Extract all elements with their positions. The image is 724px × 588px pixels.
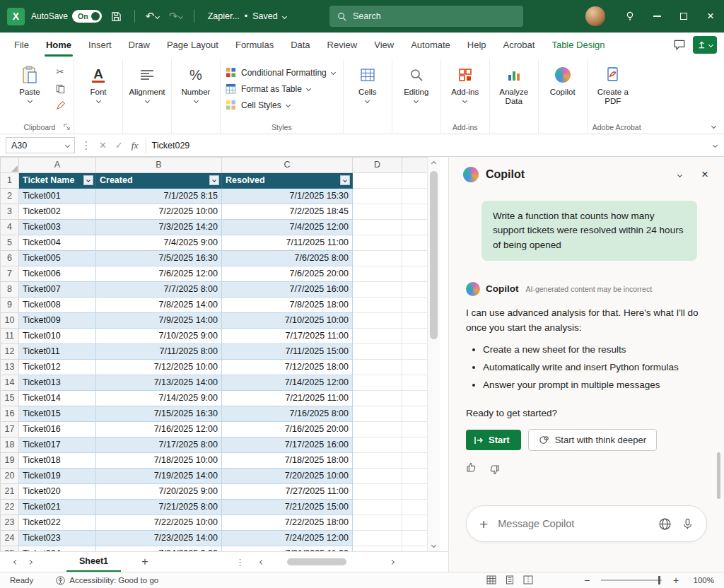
editing-button[interactable]: Editing: [397, 61, 436, 102]
cell-created[interactable]: 7/22/2025 10:00: [96, 515, 222, 531]
row-header[interactable]: 14: [1, 375, 19, 391]
row-header[interactable]: 17: [1, 422, 19, 437]
row-header[interactable]: 12: [1, 344, 19, 360]
cell-resolved[interactable]: 7/10/2025 10:00: [222, 313, 353, 329]
cell-resolved[interactable]: 7/17/2025 11:00: [222, 329, 353, 344]
cell-created[interactable]: 7/19/2025 14:00: [96, 469, 222, 484]
cell-created[interactable]: 7/16/2025 12:00: [96, 422, 222, 437]
header-cell-created[interactable]: Created: [96, 173, 222, 189]
cell-empty[interactable]: [353, 515, 402, 531]
cell-ticket-name[interactable]: Ticket004: [19, 235, 96, 251]
cell-resolved[interactable]: 7/7/2025 16:00: [222, 282, 353, 298]
web-search-button[interactable]: [658, 517, 672, 531]
cell-ticket-name[interactable]: Ticket017: [19, 437, 96, 453]
addins-button[interactable]: Add-ins: [446, 61, 484, 102]
cell-empty[interactable]: [353, 344, 402, 360]
cell-created[interactable]: 7/9/2025 14:00: [96, 313, 222, 329]
cell-ticket-name[interactable]: Ticket011: [19, 344, 96, 360]
cell-created[interactable]: 7/17/2025 8:00: [96, 437, 222, 453]
row-header[interactable]: 10: [1, 313, 19, 329]
cell-resolved[interactable]: 7/4/2025 12:00: [222, 220, 353, 235]
message-input[interactable]: + Message Copilot: [466, 505, 707, 542]
cell-empty[interactable]: [353, 329, 402, 344]
row-header[interactable]: 21: [1, 484, 19, 500]
tab-data[interactable]: Data: [282, 33, 318, 57]
create-pdf-button[interactable]: Create a PDF: [592, 61, 634, 106]
cell-created[interactable]: 7/2/2025 10:00: [96, 204, 222, 220]
undo-button[interactable]: ↶: [144, 7, 161, 25]
cell-empty[interactable]: [353, 189, 402, 204]
pane-scrollbar[interactable]: [717, 452, 720, 499]
cell-ticket-name[interactable]: Ticket009: [19, 313, 96, 329]
cell-ticket-name[interactable]: Ticket008: [19, 298, 96, 313]
zoom-in-button[interactable]: +: [671, 575, 681, 586]
cell-resolved[interactable]: 7/8/2025 18:00: [222, 298, 353, 313]
name-box[interactable]: A30: [6, 137, 75, 153]
voice-input-button[interactable]: [682, 518, 694, 530]
document-title[interactable]: Zapier... • Saved: [208, 11, 286, 21]
cell-empty[interactable]: [353, 375, 402, 391]
copy-button[interactable]: [52, 83, 69, 95]
cell-ticket-name[interactable]: Ticket014: [19, 391, 96, 406]
scroll-right-button[interactable]: [386, 556, 397, 568]
row-header[interactable]: 23: [1, 515, 19, 531]
add-content-button[interactable]: +: [479, 517, 488, 531]
cell-created[interactable]: 7/24/2025 9:00: [96, 546, 222, 552]
cell-created[interactable]: 7/7/2025 8:00: [96, 282, 222, 298]
sheet-drag-handle[interactable]: ⋮: [235, 557, 245, 568]
cell-ticket-name[interactable]: Ticket006: [19, 266, 96, 282]
font-button[interactable]: A Font: [79, 61, 117, 102]
redo-button[interactable]: ↷: [168, 7, 185, 25]
zoom-out-button[interactable]: −: [582, 575, 592, 586]
format-as-table-button[interactable]: Format as Table: [226, 83, 335, 94]
horizontal-scroll-thumb[interactable]: [287, 558, 346, 565]
share-button[interactable]: [693, 36, 717, 54]
cell-resolved[interactable]: 7/17/2025 16:00: [222, 437, 353, 453]
tab-view[interactable]: View: [366, 33, 402, 57]
row-header[interactable]: 2: [1, 189, 19, 204]
cell-empty[interactable]: [353, 437, 402, 453]
row-header[interactable]: 7: [1, 266, 19, 282]
cell-created[interactable]: 7/18/2025 10:00: [96, 453, 222, 469]
avatar[interactable]: [585, 6, 605, 26]
cell-ticket-name[interactable]: Ticket021: [19, 500, 96, 515]
cut-button[interactable]: ✂: [52, 66, 69, 78]
row-header[interactable]: 25: [1, 546, 19, 552]
collapse-pane-chevron-icon[interactable]: [677, 172, 682, 177]
cell-ticket-name[interactable]: Ticket003: [19, 220, 96, 235]
start-button[interactable]: Start: [466, 430, 521, 450]
cell-resolved[interactable]: 7/2/2025 18:45: [222, 204, 353, 220]
tab-automate[interactable]: Automate: [402, 33, 459, 57]
search-input[interactable]: Search: [329, 6, 523, 27]
cell-empty[interactable]: [353, 484, 402, 500]
row-header[interactable]: 5: [1, 235, 19, 251]
cancel-entry-icon[interactable]: ✕: [99, 140, 107, 151]
think-deeper-button[interactable]: Start with think deeper: [528, 429, 657, 451]
close-window-button[interactable]: ×: [697, 0, 724, 33]
cell-ticket-name[interactable]: Ticket005: [19, 251, 96, 266]
page-layout-view-button[interactable]: [505, 575, 515, 586]
dialog-launcher-icon[interactable]: [64, 123, 70, 131]
formula-expand-chevron-icon[interactable]: [713, 143, 718, 148]
sheet-nav-right-button[interactable]: [23, 560, 37, 564]
cell-ticket-name[interactable]: Ticket007: [19, 282, 96, 298]
comments-button[interactable]: [673, 38, 686, 51]
horizontal-scroll-track[interactable]: [269, 558, 385, 566]
cell-ticket-name[interactable]: Ticket018: [19, 453, 96, 469]
formula-input[interactable]: Ticket029: [152, 141, 708, 151]
cell-resolved[interactable]: 7/14/2025 12:00: [222, 375, 353, 391]
cell-created[interactable]: 7/12/2025 10:00: [96, 360, 222, 375]
cell-created[interactable]: 7/23/2025 14:00: [96, 531, 222, 546]
sheet-nav-left-button[interactable]: [8, 560, 23, 564]
cell-ticket-name[interactable]: Ticket015: [19, 406, 96, 422]
cell-ticket-name[interactable]: Ticket001: [19, 189, 96, 204]
vertical-scroll-track[interactable]: [428, 170, 440, 539]
row-header[interactable]: 4: [1, 220, 19, 235]
cell-empty[interactable]: [353, 500, 402, 515]
select-all-corner[interactable]: [1, 158, 19, 173]
format-painter-button[interactable]: [52, 100, 69, 112]
row-header[interactable]: 19: [1, 453, 19, 469]
tab-review[interactable]: Review: [319, 33, 366, 57]
cell-resolved[interactable]: 7/20/2025 10:00: [222, 469, 353, 484]
cell-ticket-name[interactable]: Ticket019: [19, 469, 96, 484]
